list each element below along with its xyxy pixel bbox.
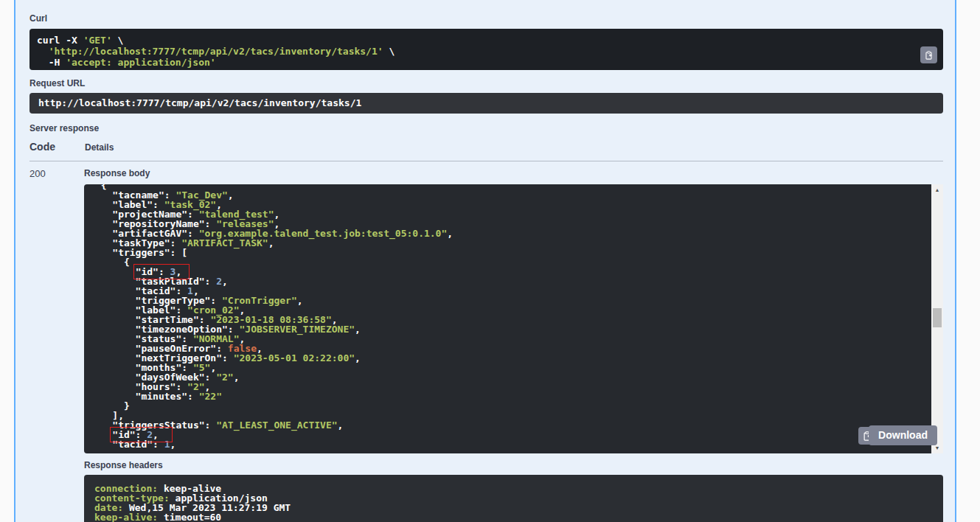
curl-command-block: curl -X 'GET' \ 'http://localhost:7777/t…: [29, 29, 943, 70]
response-body-label: Response body: [84, 168, 943, 178]
scroll-up-button[interactable]: ▲: [931, 185, 943, 195]
copy-curl-button[interactable]: [920, 46, 937, 63]
response-body-scrollbar[interactable]: ▲ ▼: [931, 184, 943, 453]
response-headers-block: connection: keep-alivecontent-type: appl…: [84, 475, 943, 522]
curl-label: Curl: [29, 13, 943, 24]
clipboard-copy-icon: [925, 50, 933, 60]
server-response-label: Server response: [29, 123, 943, 133]
response-headers-label: Response headers: [84, 460, 943, 470]
responses-table-header: Code Details: [29, 133, 943, 161]
status-code: 200: [29, 161, 84, 522]
download-button[interactable]: Download: [869, 425, 937, 445]
request-url-label: Request URL: [29, 78, 943, 88]
response-body-container: { "tacname": "Tac_Dev", "label": "task_0…: [84, 184, 943, 453]
request-url-value: http://localhost:7777/tcmp/api/v2/tacs/i…: [29, 93, 943, 114]
operation-response-panel: Curl curl -X 'GET' \ 'http://localhost:7…: [14, 0, 956, 522]
response-details-cell: Response body { "tacname": "Tac_Dev", "l…: [84, 161, 943, 522]
code-column-header: Code: [29, 141, 85, 153]
response-body-code: { "tacname": "Tac_Dev", "label": "task_0…: [84, 184, 931, 453]
details-column-header: Details: [85, 142, 114, 153]
scrollbar-thumb[interactable]: [933, 308, 942, 327]
response-row: 200 Response body { "tacname": "Tac_Dev"…: [29, 161, 943, 522]
